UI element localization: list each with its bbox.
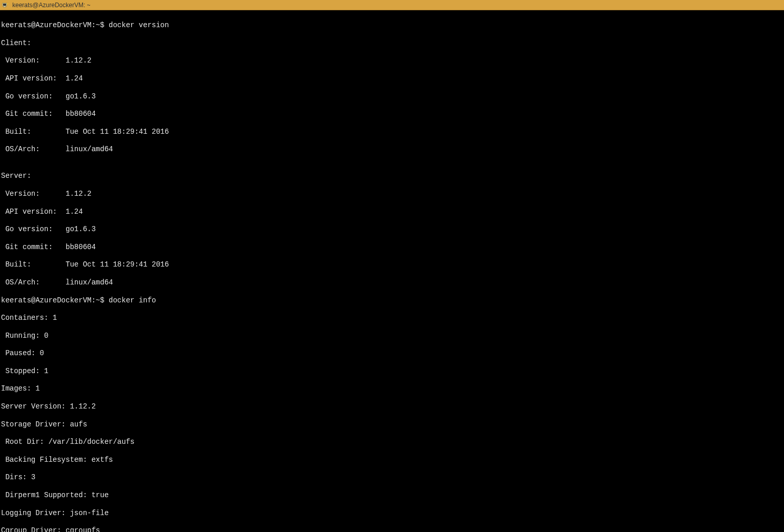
output-line: Go version: go1.6.3 [1,225,783,234]
window-title: keerats@AzureDockerVM: ~ [12,2,91,9]
output-line: API version: 1.24 [1,208,783,216]
output-line: Built: Tue Oct 11 18:29:41 2016 [1,260,783,269]
output-line: Server Version: 1.12.2 [1,402,783,411]
output-line: Server: [1,172,783,180]
output-line: Storage Driver: aufs [1,420,783,429]
window-titlebar[interactable]: keerats@AzureDockerVM: ~ [0,0,784,10]
output-line: Paused: 0 [1,349,783,358]
svg-rect-2 [4,6,6,7]
output-line: Client: [1,39,783,48]
output-line: Version: 1.12.2 [1,56,783,65]
output-line: Git commit: bb80604 [1,243,783,252]
prompt-line: keerats@AzureDockerVM:~$ docker info [1,296,783,305]
output-line: Logging Driver: json-file [1,509,783,518]
terminal-output[interactable]: keerats@AzureDockerVM:~$ docker version … [0,10,784,532]
putty-icon [2,2,9,9]
output-line: OS/Arch: linux/amd64 [1,278,783,287]
output-line: Root Dir: /var/lib/docker/aufs [1,438,783,446]
output-line: Containers: 1 [1,314,783,322]
output-line: API version: 1.24 [1,74,783,83]
output-line: Dirperm1 Supported: true [1,491,783,500]
output-line: Go version: go1.6.3 [1,92,783,101]
output-line: Images: 1 [1,384,783,393]
output-line: Built: Tue Oct 11 18:29:41 2016 [1,128,783,136]
output-line: Cgroup Driver: cgroupfs [1,526,783,532]
output-line: OS/Arch: linux/amd64 [1,145,783,154]
output-line: Stopped: 1 [1,367,783,376]
output-line: Git commit: bb80604 [1,110,783,118]
output-line: Version: 1.12.2 [1,190,783,198]
output-line: Running: 0 [1,332,783,340]
output-line: Backing Filesystem: extfs [1,456,783,464]
svg-rect-1 [3,4,6,6]
prompt-line: keerats@AzureDockerVM:~$ docker version [1,21,783,30]
output-line: Dirs: 3 [1,473,783,482]
